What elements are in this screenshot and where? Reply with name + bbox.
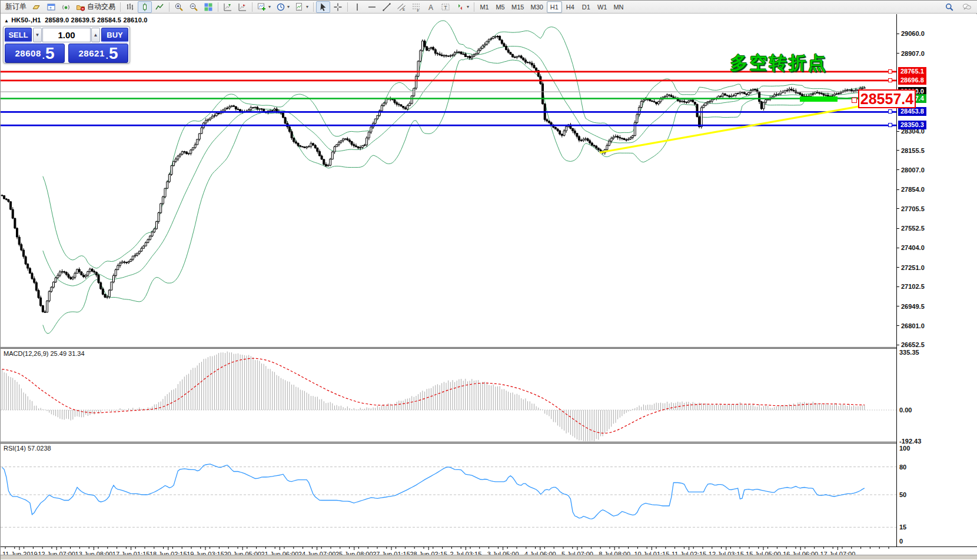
draw-hline-button[interactable] [365, 1, 379, 13]
svg-text:A: A [428, 3, 433, 11]
channel-icon: E [397, 2, 406, 12]
periods-button[interactable]: ▾ [274, 1, 292, 13]
volume-increase-button[interactable]: ▲ [91, 28, 100, 42]
price-axis-tick: 26949.5 [897, 302, 925, 311]
sell-price-main: 28608 [15, 48, 41, 58]
fibo-icon: F [411, 2, 421, 12]
macd-axis-tick: -192.43 [899, 438, 921, 445]
rsi-indicator-pane[interactable] [1, 443, 896, 546]
chart-shift-button[interactable] [221, 1, 235, 13]
buy-price-button[interactable]: 28621 . 5 [68, 44, 128, 63]
toolbar-separator [169, 2, 170, 12]
cursor-icon [318, 2, 328, 12]
buy-price-main: 28621 [79, 48, 105, 58]
tile-windows-button[interactable] [201, 1, 215, 13]
chevron-down-icon: ▾ [467, 4, 469, 9]
price-axis-tick: 28907.0 [897, 49, 925, 58]
chart-text-annotation[interactable]: 多空转折点 [726, 51, 832, 75]
sell-price-frac: 5 [45, 45, 55, 62]
auto-scroll-button[interactable] [235, 1, 250, 13]
new-order-button[interactable]: 新订单 [3, 1, 29, 13]
ingot-icon [32, 2, 41, 12]
timeframe-m1-button[interactable]: M1 [477, 1, 492, 13]
auto-trading-label: 自动交易 [87, 2, 115, 12]
data-window-button[interactable] [44, 1, 58, 13]
candle-wicks [2, 35, 865, 313]
window-icon [46, 2, 56, 12]
zoom-out-button[interactable] [187, 1, 201, 13]
draw-trendline-button[interactable] [380, 1, 394, 13]
symbol-name: HK50-,H1 [11, 16, 41, 24]
bar-chart-mode-button[interactable] [123, 1, 137, 13]
price-axis-tick: 27404.0 [897, 244, 925, 252]
volume-decrease-button[interactable]: ▼ [33, 28, 42, 42]
template-icon [295, 2, 304, 12]
auto-trading-button[interactable]: 自动交易 [74, 1, 118, 13]
timeframe-mn-button[interactable]: MN [610, 1, 626, 13]
toolbar-separator [120, 2, 121, 12]
chat-icon [962, 2, 972, 12]
sell-button[interactable]: SELL [5, 28, 32, 42]
chat-button[interactable] [960, 1, 974, 13]
timeframe-m15-button[interactable]: M15 [509, 1, 527, 13]
level-line-handle[interactable] [888, 123, 892, 127]
sell-price-button[interactable]: 28608 . 5 [5, 44, 65, 63]
mt4-terminal-window: 新订单自动交易▾▾▾EFAT▾M1M5M15M30H1H4D1W1MN ▲HK5… [0, 0, 977, 560]
ohlc-values: 28589.0 28639.5 28584.5 28610.0 [45, 16, 147, 24]
zoomin-icon [174, 2, 184, 12]
svg-text:E: E [403, 8, 405, 11]
timeframe-d1-button[interactable]: D1 [579, 1, 594, 13]
draw-text-button[interactable]: A [424, 1, 438, 13]
draw-fibonacci-button[interactable]: F [409, 1, 423, 13]
shift-icon [223, 2, 232, 12]
rsi-axis-tick: 15 [899, 524, 906, 531]
cursor-button[interactable] [316, 1, 330, 13]
search-button[interactable] [942, 1, 956, 13]
linechart-icon [155, 2, 164, 12]
crosshair-button[interactable] [331, 1, 345, 13]
level-line-handle[interactable] [888, 78, 892, 82]
price-axis-tick: 27552.5 [897, 224, 925, 232]
chart-window[interactable]: ▲HK50-,H1 28589.0 28639.5 28584.5 28610.… [1, 14, 977, 560]
toolbar-separator [218, 2, 218, 12]
search-icon [945, 2, 954, 12]
level-line-handle[interactable] [888, 109, 892, 114]
timeframe-w1-button[interactable]: W1 [594, 1, 610, 13]
candlestick-mode-button[interactable] [138, 1, 152, 13]
timeframe-m5-button[interactable]: M5 [493, 1, 508, 13]
buy-button[interactable]: BUY [101, 28, 128, 42]
rsi-axis-tick: 0 [899, 538, 903, 545]
price-axis-tick: 27102.5 [897, 282, 925, 291]
main-toolbar: 新订单自动交易▾▾▾EFAT▾M1M5M15M30H1H4D1W1MN [1, 1, 977, 14]
rsi-axis-tick: 80 [899, 464, 906, 471]
timeframe-h1-button[interactable]: H1 [547, 1, 562, 13]
indicators-icon [257, 2, 267, 12]
toolbar-separator [474, 2, 474, 12]
price-level-tag[interactable]: 28557.4 [858, 89, 916, 108]
volume-input[interactable]: 1.00 [42, 28, 91, 42]
draw-channel-button[interactable]: E [394, 1, 408, 13]
rsi-axis-tick: 50 [899, 491, 906, 498]
chevron-down-icon: ▾ [306, 4, 308, 9]
macd-axis-tick: 335.35 [899, 349, 919, 356]
draw-label-button[interactable]: T [438, 1, 453, 13]
line-chart-mode-button[interactable] [152, 1, 167, 13]
draw-arrows-button[interactable]: ▾ [453, 1, 471, 13]
price-axis-tick: 26652.5 [897, 341, 925, 349]
market-watch-button[interactable] [29, 1, 44, 13]
indicators-button[interactable]: ▾ [255, 1, 273, 13]
pane-separator[interactable] [1, 442, 896, 444]
chevron-down-icon: ▾ [268, 4, 271, 9]
level-line-handle[interactable] [888, 69, 892, 74]
pane-separator[interactable] [1, 347, 896, 349]
collapse-panel-icon[interactable]: ▲ [4, 18, 9, 24]
price-axis-tick: 27705.5 [897, 205, 925, 213]
macd-indicator-pane[interactable] [1, 348, 896, 442]
draw-vline-button[interactable] [350, 1, 364, 13]
zoom-in-button[interactable] [172, 1, 186, 13]
timeframe-h4-button[interactable]: H4 [563, 1, 578, 13]
timeframe-m30-button[interactable]: M30 [527, 1, 546, 13]
svg-text:T: T [444, 4, 447, 10]
navigator-button[interactable] [59, 1, 73, 13]
templates-button[interactable]: ▾ [293, 1, 311, 13]
